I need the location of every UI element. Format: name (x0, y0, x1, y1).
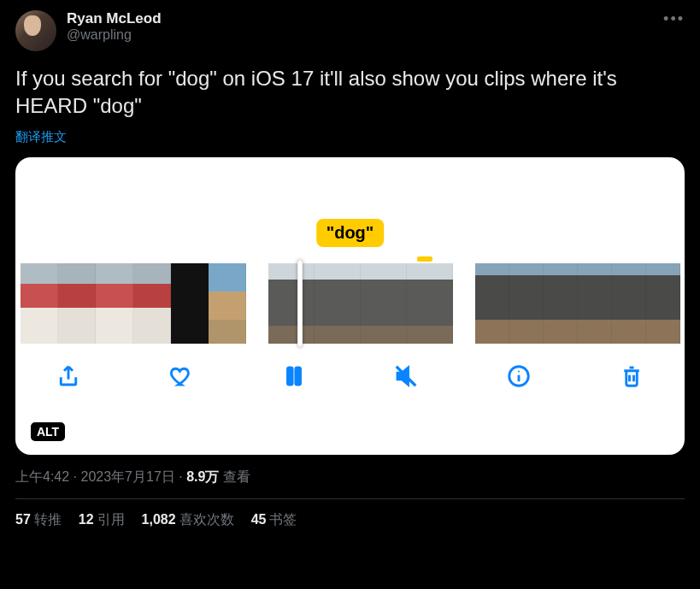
info-icon[interactable] (502, 359, 536, 393)
video-frame (612, 263, 646, 344)
more-icon[interactable]: ••• (663, 10, 685, 28)
video-frame (171, 263, 209, 344)
clip-group-2[interactable] (268, 263, 453, 344)
stat-count: 12 (79, 512, 94, 527)
stat-count: 57 (15, 512, 31, 527)
video-frame (209, 263, 246, 344)
video-frame (96, 263, 133, 344)
filmstrip[interactable] (15, 263, 685, 344)
video-frame (58, 263, 96, 344)
stat-count: 45 (251, 512, 267, 527)
trash-icon[interactable] (615, 359, 649, 393)
video-frame (544, 263, 578, 344)
video-frame (407, 263, 453, 344)
views-label: 查看 (223, 469, 250, 484)
user-meta: Ryan McLeod @warpling (67, 10, 162, 43)
quotes-stat[interactable]: 12引用 (79, 511, 125, 529)
display-name[interactable]: Ryan McLeod (67, 10, 162, 27)
avatar[interactable] (15, 10, 56, 51)
tweet-meta: 上午4:42 · 2023年7月17日 · 8.9万 查看 (15, 468, 685, 486)
stat-label: 喜欢次数 (179, 512, 234, 527)
video-frame (315, 263, 361, 344)
clip-group-1[interactable] (21, 263, 246, 344)
tweet-date[interactable]: 2023年7月17日 (80, 469, 174, 484)
tweet-header: Ryan McLeod @warpling ••• (15, 10, 685, 51)
likes-stat[interactable]: 1,082喜欢次数 (142, 511, 234, 529)
marker-tick (417, 256, 432, 262)
mute-icon[interactable] (389, 359, 423, 393)
video-frame (361, 263, 407, 344)
translate-link[interactable]: 翻译推文 (15, 129, 67, 145)
retweets-stat[interactable]: 57转推 (15, 511, 62, 529)
stats-row: 57转推 12引用 1,082喜欢次数 45书签 (15, 511, 685, 529)
svg-rect-0 (287, 368, 292, 385)
stat-label: 引用 (97, 512, 125, 527)
media-card[interactable]: "dog" (15, 157, 685, 455)
stat-count: 1,082 (142, 512, 176, 527)
video-frame (475, 263, 509, 344)
video-frame (133, 263, 171, 344)
video-frame (646, 263, 680, 344)
bookmarks-stat[interactable]: 45书签 (251, 511, 297, 529)
pause-icon[interactable] (277, 359, 311, 393)
svg-rect-1 (295, 368, 300, 385)
video-frame (21, 263, 58, 344)
divider (15, 498, 685, 499)
video-frame (509, 263, 544, 344)
svg-point-5 (518, 370, 520, 372)
playhead[interactable] (297, 260, 303, 347)
handle[interactable]: @warpling (67, 27, 162, 43)
heart-icon[interactable] (164, 359, 198, 393)
stat-label: 转推 (34, 512, 62, 527)
share-icon[interactable] (51, 359, 85, 393)
views-count[interactable]: 8.9万 (186, 469, 219, 484)
media-toolbar (15, 359, 685, 393)
clip-group-3[interactable] (475, 263, 680, 344)
tweet-time[interactable]: 上午4:42 (15, 469, 69, 484)
video-frame (578, 263, 612, 344)
stat-label: 书签 (269, 512, 297, 527)
search-term-chip: "dog" (316, 219, 385, 247)
alt-badge[interactable]: ALT (31, 422, 65, 441)
tweet-text: If you search for "dog" on iOS 17 it'll … (15, 65, 685, 121)
video-frame (268, 263, 315, 344)
